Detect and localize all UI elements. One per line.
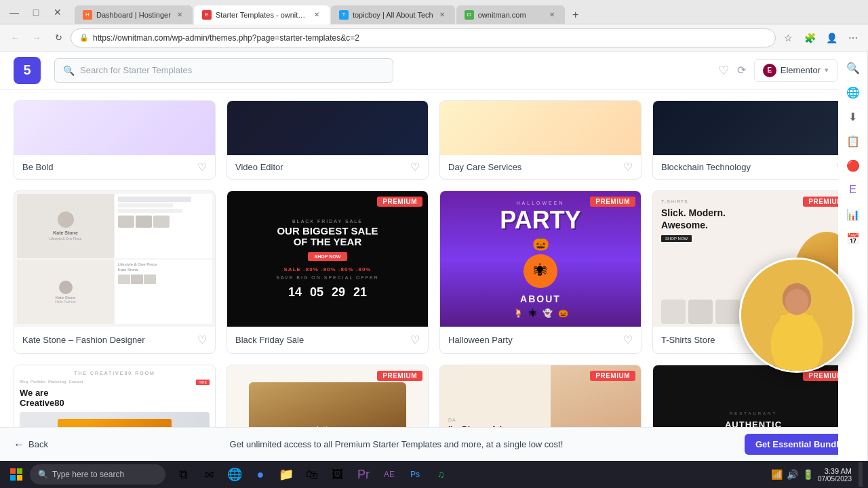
sidebar-icon-6[interactable]: E	[842, 179, 864, 201]
top-card-heart-2[interactable]: ♡	[623, 161, 633, 174]
tab-3-favicon: T	[339, 10, 349, 20]
template-thumb-halloween: HALLOWEEN PARTY 🎃 🕷 ABOUT 🍹 🕷 👻 🎃	[440, 191, 641, 327]
maximize-button[interactable]: □	[27, 3, 45, 21]
new-tab-button[interactable]: +	[566, 5, 585, 24]
top-card-be-bold[interactable]: Be Bold ♡	[14, 100, 216, 180]
sidebar-icon-5[interactable]: 🔴	[842, 155, 864, 176]
template-grid: Kate Stone Lifestyle & One Piece	[14, 190, 854, 354]
sidebar-icon-2[interactable]: 🌐	[842, 81, 864, 103]
svg-rect-8	[17, 475, 22, 481]
top-card-thumb-1	[227, 101, 428, 155]
template-footer-halloween: Halloween Party ♡	[440, 327, 641, 353]
back-nav-button[interactable]: ←	[5, 28, 24, 47]
refresh-button[interactable]: ⟳	[737, 64, 746, 77]
top-card-footer-2: Day Care Services ♡	[440, 155, 641, 179]
template-card-dianna[interactable]: DA I'm Dianna Adams Food Critic / Influe…	[439, 365, 642, 427]
tab-3-title: topicboy | All About Tech	[353, 11, 433, 19]
taskbar-app-spotify[interactable]: ♫	[429, 462, 453, 487]
minimize-button[interactable]: —	[5, 3, 23, 21]
svg-point-3	[785, 289, 809, 315]
search-icon: 🔍	[63, 65, 75, 76]
top-card-name: Be Bold	[22, 162, 54, 172]
top-card-video-editor[interactable]: Video Editor ♡	[226, 100, 429, 180]
top-card-thumb-3	[653, 101, 854, 155]
start-button[interactable]	[5, 464, 27, 485]
elementor-dropdown[interactable]: E Elementor ▾	[754, 59, 837, 82]
tab-4-title: ownitman.com	[478, 11, 543, 19]
profile-btn[interactable]: 👤	[822, 28, 841, 47]
template-thumb-pizza: RESTAURANT AUTHENTICITALIAN PIZZERIA ORD…	[653, 365, 854, 427]
svg-rect-5	[10, 468, 16, 474]
tab-4-favicon: O	[465, 10, 474, 20]
template-card-pizza[interactable]: RESTAURANT AUTHENTICITALIAN PIZZERIA ORD…	[652, 365, 854, 427]
sidebar-icon-1[interactable]: 🔍	[842, 57, 864, 79]
extensions-btn[interactable]: 🧩	[800, 28, 819, 47]
tab-4-close[interactable]: ✕	[547, 10, 557, 20]
browser-tab-4[interactable]: O ownitman.com ✕	[456, 5, 565, 24]
taskbar-app-chrome[interactable]: ●	[248, 462, 273, 487]
taskbar-app-premiere[interactable]: Pr	[351, 462, 376, 487]
back-button[interactable]: ← Back	[14, 439, 48, 451]
url-lock-icon: 🔒	[79, 33, 89, 42]
site-header: 5 🔍 Search for Starter Templates ♡ ⟳ E E…	[0, 52, 868, 89]
sidebar-icon-8[interactable]: 📅	[842, 228, 864, 249]
sidebar-icon-3[interactable]: ⬇	[842, 106, 864, 127]
browser-tab-1[interactable]: H Dashboard | Hostinger ✕	[75, 5, 193, 24]
tab-1-close[interactable]: ✕	[175, 10, 184, 20]
sidebar-icon-7[interactable]: 📊	[842, 203, 864, 225]
tab-2-close[interactable]: ✕	[312, 10, 321, 20]
header-actions: ♡ ⟳ E Elementor ▾ ↗	[718, 59, 854, 82]
wp-sidebar-icons: 🔍 🌐 ⬇ 📋 🔴 E 📊 📅	[838, 52, 868, 461]
taskbar-search-icon: 🔍	[38, 470, 48, 479]
tab-1-favicon: H	[83, 10, 92, 20]
show-desktop-button[interactable]	[859, 462, 863, 487]
tab-2-title: Starter Templates - ownitman.co...	[216, 11, 308, 19]
close-button[interactable]: ✕	[49, 3, 66, 21]
top-card-heart-0[interactable]: ♡	[197, 161, 207, 174]
main-content-area: 5 🔍 Search for Starter Templates ♡ ⟳ E E…	[0, 52, 868, 461]
tab-3-close[interactable]: ✕	[437, 10, 447, 20]
taskbar-apps: ⧉ ✉ 🌐 ● 📁 🛍 🖼 Pr AE Ps ♫	[171, 462, 453, 487]
template-thumb-kate-stone: Kate Stone Lifestyle & One Piece	[14, 191, 215, 327]
svg-rect-6	[17, 468, 22, 474]
taskbar-app-store[interactable]: 🛍	[300, 462, 324, 487]
star-btn[interactable]: ☆	[778, 28, 797, 47]
template-heart-halloween[interactable]: ♡	[623, 333, 633, 346]
template-thumb-dianna: DA I'm Dianna Adams Food Critic / Influe…	[440, 365, 641, 427]
taskbar-app-taskview[interactable]: ⧉	[171, 462, 195, 487]
template-heart-kate-stone[interactable]: ♡	[197, 333, 207, 346]
forward-nav-button[interactable]: →	[27, 28, 46, 47]
template-card-fiona[interactable]: ArtisanBread PREMIUM Fiona ♡	[226, 365, 429, 427]
favorites-button[interactable]: ♡	[718, 63, 729, 78]
template-card-halloween[interactable]: HALLOWEEN PARTY 🎃 🕷 ABOUT 🍹 🕷 👻 🎃	[439, 190, 642, 354]
menu-btn[interactable]: ⋯	[844, 28, 863, 47]
taskbar-app-edge[interactable]: 🌐	[222, 462, 247, 487]
browser-tab-2[interactable]: E Starter Templates - ownitman.co... ✕	[194, 5, 330, 24]
taskbar-app-ae[interactable]: AE	[377, 462, 401, 487]
url-bar[interactable]: 🔒 https://ownitman.com/wp-admin/themes.p…	[71, 28, 776, 47]
template-heart-black-friday[interactable]: ♡	[410, 333, 420, 346]
template-search-bar[interactable]: 🔍 Search for Starter Templates	[54, 58, 393, 83]
reload-nav-button[interactable]: ↻	[49, 28, 68, 47]
taskbar-app-mail[interactable]: ✉	[197, 462, 221, 487]
chevron-down-icon: ▾	[825, 66, 829, 75]
svg-rect-7	[10, 475, 16, 481]
top-card-daycare[interactable]: Day Care Services ♡	[439, 100, 642, 180]
top-card-name-3: Blockchain Technology	[661, 162, 751, 172]
taskbar-search[interactable]: 🔍 Type here to search	[30, 464, 165, 485]
template-card-creative80[interactable]: THE CREATIVE80 ROOM BlogPortfolioMarketi…	[14, 365, 216, 427]
sidebar-icon-4[interactable]: 📋	[842, 130, 864, 152]
premium-badge-fiona: PREMIUM	[377, 371, 422, 381]
top-card-blockchain[interactable]: Blockchain Technology ♡	[652, 100, 854, 180]
template-name-tshirts: T-Shirts Store	[661, 335, 715, 345]
top-card-heart-1[interactable]: ♡	[410, 161, 420, 174]
taskbar-app-ps[interactable]: Ps	[403, 462, 427, 487]
template-card-black-friday[interactable]: BLACK FRIDAY SALE OUR BIGGEST SALEOF THE…	[226, 190, 429, 354]
taskbar-app-photos[interactable]: 🖼	[326, 462, 350, 487]
template-card-kate-stone[interactable]: Kate Stone Lifestyle & One Piece	[14, 190, 216, 354]
browser-frame: — □ ✕ H Dashboard | Hostinger ✕ E Starte…	[0, 0, 868, 488]
browser-tab-3[interactable]: T topicboy | All About Tech ✕	[331, 5, 455, 24]
taskbar-app-explorer[interactable]: 📁	[274, 462, 298, 487]
windows-taskbar: 🔍 Type here to search ⧉ ✉ 🌐 ● 📁 🛍 🖼 Pr A…	[0, 461, 868, 488]
url-text: https://ownitman.com/wp-admin/themes.php…	[93, 33, 767, 43]
